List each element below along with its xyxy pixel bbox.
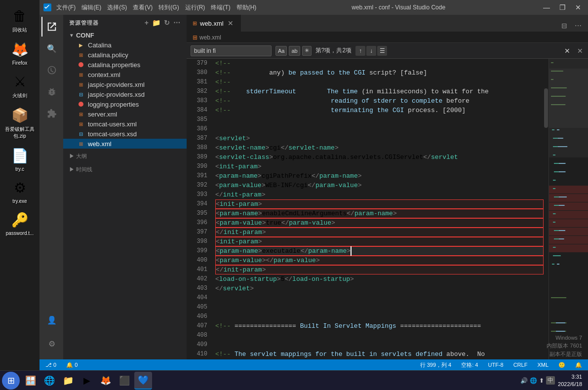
menu-item-终端(T)[interactable]: 终端(T) bbox=[211, 3, 230, 12]
code-editor-main[interactable]: 3793803813823833843853863873883893903913… bbox=[187, 59, 549, 359]
taskbar-app-firefox[interactable]: 🦊 bbox=[97, 372, 115, 390]
tree-item-tomcat-users-xsd[interactable]: ⊟tomcat-users.xsd bbox=[63, 129, 187, 139]
code-line-403[interactable]: </servlet> bbox=[215, 284, 544, 293]
tree-item-context-xml[interactable]: ⊞context.xml bbox=[63, 70, 187, 79]
code-line-383[interactable]: <!-- reading of stderr to complete befor… bbox=[215, 96, 544, 106]
tab-web-xml[interactable]: ⊞ web.xml ✕ bbox=[187, 15, 241, 32]
desktop-icon-password.t...[interactable]: 🔑 password.t... bbox=[2, 208, 38, 238]
line-ending-indicator[interactable]: CRLF bbox=[511, 362, 530, 368]
taskbar-app-browser[interactable]: 🌐 bbox=[40, 372, 58, 390]
menu-item-运行(R)[interactable]: 运行(R) bbox=[185, 3, 205, 12]
feedback-icon[interactable]: 🙂 bbox=[556, 362, 567, 368]
code-line-388[interactable]: <servlet-name>cgi</servlet-name> bbox=[215, 143, 544, 153]
search-regex[interactable]: ✳ bbox=[302, 46, 312, 56]
tree-item-web-xml[interactable]: ⊞web.xml bbox=[63, 139, 187, 149]
code-line-379[interactable]: <!-- bbox=[215, 59, 544, 68]
tree-item-catalina-properties[interactable]: catalina.properties bbox=[63, 60, 187, 70]
activity-settings[interactable]: ⚙ bbox=[41, 334, 61, 353]
tree-item-catalina-policy[interactable]: ⊞catalina.policy bbox=[63, 50, 187, 60]
close-button[interactable]: ✕ bbox=[572, 2, 584, 12]
activity-git[interactable] bbox=[41, 60, 61, 80]
code-line-411[interactable]: <!-- that, by default, the CGI and SSI s… bbox=[215, 359, 544, 359]
code-line-386[interactable] bbox=[215, 124, 544, 134]
code-line-410[interactable]: <!-- The servlet mappings for the built … bbox=[215, 350, 544, 359]
activity-search[interactable]: 🔍 bbox=[41, 39, 61, 58]
activity-debug[interactable] bbox=[41, 82, 61, 102]
notifications-icon[interactable]: 🔔 bbox=[573, 362, 584, 368]
line-col-indicator[interactable]: 行 399，列 4 bbox=[418, 361, 454, 369]
tray-update[interactable]: ⬆ bbox=[539, 377, 544, 384]
tree-root-conf[interactable]: ▼ CONF bbox=[63, 31, 187, 40]
minimize-button[interactable]: — bbox=[541, 2, 552, 12]
taskbar-app-start[interactable]: 🪟 bbox=[22, 372, 39, 390]
collapse-icon[interactable]: ⋯ bbox=[173, 19, 181, 27]
menu-item-转到(G)[interactable]: 转到(G) bbox=[158, 3, 179, 12]
search-all-matches[interactable]: ☰ bbox=[377, 46, 387, 56]
desktop-icon-回收站[interactable]: 🗑 回收站 bbox=[2, 4, 38, 36]
tree-item-jaspic-providers-xsd[interactable]: ⊟jaspic-providers.xsd bbox=[63, 89, 187, 99]
sidebar-header-icons[interactable]: + 📁 ↻ ⋯ bbox=[145, 19, 181, 27]
code-line-393[interactable]: </init-param> bbox=[215, 190, 544, 199]
tree-item-jaspic-providers-xml[interactable]: ⊞jaspic-providers.xml bbox=[63, 79, 187, 89]
desktop-icon-火绒剑[interactable]: ⚔ 火绒剑 bbox=[2, 70, 38, 101]
tree-item-tomcat-users-xml[interactable]: ⊞tomcat-users.xml bbox=[63, 119, 187, 129]
taskbar-app-hexeditor[interactable]: ⬛ bbox=[116, 372, 133, 390]
maximize-button[interactable]: ❐ bbox=[556, 2, 568, 12]
code-line-394[interactable]: <init-param> bbox=[215, 199, 544, 209]
code-line-389[interactable]: <servlet-class>org.apache.catalina.servl… bbox=[215, 153, 544, 162]
window-controls[interactable]: — ❐ ✕ bbox=[541, 2, 584, 12]
code-content[interactable]: <!--<!-- any) be passed to the CGI scrip… bbox=[211, 59, 544, 359]
code-line-387[interactable]: <servlet> bbox=[215, 134, 544, 143]
taskbar-app-media[interactable]: ▶ bbox=[78, 372, 96, 390]
code-line-408[interactable] bbox=[215, 331, 544, 340]
errors-warnings[interactable]: 🔔 0 bbox=[64, 362, 79, 368]
search-close-button[interactable]: ✕ bbox=[562, 46, 572, 56]
search-navigation[interactable]: ↑ ↓ ☰ bbox=[355, 46, 387, 56]
search-whole-word[interactable]: ab bbox=[289, 46, 300, 56]
new-file-icon[interactable]: + bbox=[145, 19, 149, 27]
menu-item-选择(S)[interactable]: 选择(S) bbox=[107, 3, 127, 12]
code-line-391[interactable]: <param-name>cgiPathPrefix</param-name> bbox=[215, 171, 544, 181]
search-case-sensitive[interactable]: Aa bbox=[275, 46, 287, 56]
activity-explorer[interactable] bbox=[41, 17, 61, 37]
code-line-406[interactable] bbox=[215, 312, 544, 321]
code-editor[interactable]: 3793803813823833843853863873883893903913… bbox=[187, 59, 549, 359]
code-line-382[interactable]: <!-- stderrTimeout The time (in millisec… bbox=[215, 87, 544, 96]
tree-item-Catalina[interactable]: ▶Catalina bbox=[63, 40, 187, 50]
activity-extensions[interactable] bbox=[41, 104, 61, 123]
search-options[interactable]: Aa ab ✳ bbox=[275, 46, 312, 56]
refresh-icon[interactable]: ↻ bbox=[164, 19, 170, 27]
code-line-400[interactable]: <param-value></param-value> bbox=[215, 256, 544, 265]
code-line-404[interactable] bbox=[215, 293, 544, 303]
desktop-icon-吾爱破解工具包.zip[interactable]: 📦 吾爱破解工具包.zip bbox=[2, 103, 38, 142]
git-branch[interactable]: ⎇ 0 bbox=[43, 362, 58, 368]
taskbar-app-vscode[interactable]: 💙 bbox=[134, 372, 152, 390]
code-line-407[interactable]: <!-- ================ Built In Servlet M… bbox=[215, 321, 544, 331]
code-line-405[interactable] bbox=[215, 303, 544, 312]
menu-item-编辑(E)[interactable]: 编辑(E) bbox=[81, 3, 101, 12]
code-line-381[interactable]: <!-- bbox=[215, 78, 544, 87]
code-line-409[interactable] bbox=[215, 340, 544, 350]
menu-bar[interactable]: 文件(F)编辑(E)选择(S)查看(V)转到(G)运行(R)终端(T)帮助(H) bbox=[56, 3, 256, 12]
search-prev-button[interactable]: ↑ bbox=[355, 46, 365, 56]
search-extra-close[interactable]: ✕ bbox=[576, 47, 584, 55]
code-line-402[interactable]: <load-on-startup>5</load-on-startup> bbox=[215, 274, 544, 284]
desktop-icon-firefox[interactable]: 🦊 Firefox bbox=[2, 38, 38, 68]
menu-item-帮助(H)[interactable]: 帮助(H) bbox=[236, 3, 257, 12]
tree-item-server-xml[interactable]: ⊞server.xml bbox=[63, 109, 187, 119]
indent-spaces[interactable]: 空格: 4 bbox=[459, 361, 480, 369]
start-button[interactable]: ⊞ bbox=[2, 372, 20, 390]
minimap[interactable] bbox=[549, 59, 588, 359]
menu-item-文件(F)[interactable]: 文件(F) bbox=[56, 3, 76, 12]
search-input[interactable] bbox=[191, 45, 272, 56]
code-line-392[interactable]: <param-value>WEB-INF/cgi</param-value> bbox=[215, 181, 544, 190]
code-line-397[interactable]: </init-param> bbox=[215, 228, 544, 237]
code-line-399[interactable]: <param-name>executadle</param-name> bbox=[215, 246, 544, 256]
desktop-icon-try.c[interactable]: 📄 try.c bbox=[2, 144, 38, 174]
encoding-indicator[interactable]: UTF-8 bbox=[486, 362, 505, 368]
tray-sound[interactable]: 🔊 bbox=[520, 377, 528, 384]
taskbar-app-explorer[interactable]: 📁 bbox=[59, 372, 77, 390]
code-line-396[interactable]: <param-value>true</param-value> bbox=[215, 218, 544, 228]
scrollbar-thumb[interactable] bbox=[544, 88, 548, 128]
new-folder-icon[interactable]: 📁 bbox=[152, 19, 161, 27]
